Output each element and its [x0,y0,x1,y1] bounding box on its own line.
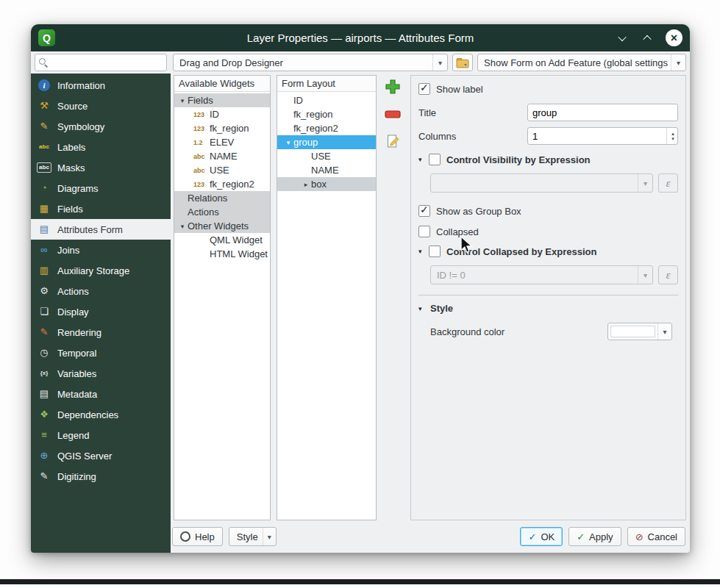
widget-item-use[interactable]: abcUSE [174,163,270,177]
collapse-triangle-icon[interactable]: ▾ [418,248,429,255]
shade-button[interactable] [641,32,654,45]
sidebar-item-actions[interactable]: ⚙Actions [31,281,171,301]
collapsed-expression-builder-button[interactable]: ε [658,265,678,284]
visibility-expression-combo[interactable]: ▾ [430,173,653,193]
remove-element-button[interactable] [383,104,402,123]
tree-item-label: Actions [188,207,219,218]
ok-button[interactable]: ✓ OK [520,527,563,546]
sidebar-item-auxiliary-storage[interactable]: ▥Auxiliary Storage [31,260,171,281]
collapse-triangle-icon[interactable]: ▾ [418,305,429,312]
search-box [31,54,171,71]
collapse-triangle-icon[interactable]: ▾ [418,156,429,163]
control-visibility-checkbox[interactable] [429,154,441,165]
sidebar-item-variables[interactable]: {x}Variables [31,363,171,384]
sidebar-item-digitizing[interactable]: ✎Digitizing [31,466,171,487]
background-color-select[interactable]: ▾ [607,323,672,340]
group-settings-panel: Show label Title Columns ▴ [410,75,686,520]
chevron-down-icon: ▾ [657,323,671,340]
layout-item-fk-region2[interactable]: fk_region2 [277,121,376,135]
window-menu-button[interactable] [616,32,629,45]
visibility-expression-builder-button[interactable]: ε [658,173,678,193]
sidebar-item-masks[interactable]: abcMasks [31,157,171,178]
columns-label: Columns [418,131,527,142]
help-button-label: Help [195,531,215,542]
show-as-group-box-checkbox[interactable] [418,205,430,217]
sidebar-item-temporal[interactable]: ◷Temporal [31,343,171,363]
designer-select[interactable]: Drag and Drop Designer ▾ [173,54,448,71]
widget-category-actions[interactable]: Actions [174,205,270,219]
sidebar-item-joins[interactable]: ∞Joins [31,240,171,260]
form-open-mode-value: Show Form on Add Feature (global setting… [484,57,671,68]
control-collapsed-checkbox[interactable] [429,245,441,257]
chevron-down-icon: ▾ [432,54,447,71]
sidebar-item-label: Source [57,101,88,112]
search-input[interactable] [35,54,167,71]
layout-item-group[interactable]: ▾group [277,135,376,149]
add-icon [385,79,401,95]
symbology-icon: ✎ [37,120,51,133]
apply-button[interactable]: ✓ Apply [568,527,621,546]
form-config-button[interactable] [452,54,473,71]
widget-category-relations[interactable]: Relations [174,191,270,205]
widget-item-name[interactable]: abcNAME [174,149,270,163]
sidebar-item-label: Fields [57,204,83,215]
sidebar-item-qgis-server[interactable]: ⊕QGIS Server [31,445,171,466]
widget-item-elev[interactable]: 1.2ELEV [174,135,270,149]
titlebar[interactable]: Q Layer Properties — airports — Attribut… [31,24,690,51]
sidebar-item-fields[interactable]: ▦Fields [31,198,171,219]
widget-item-fk-region2[interactable]: 123fk_region2 [174,177,270,191]
widget-category-other-widgets[interactable]: ▾Other Widgets [174,219,270,233]
sidebar-item-label: Actions [57,286,89,297]
sidebar-item-label: Rendering [57,327,101,338]
expander-open-icon[interactable]: ▾ [177,223,188,230]
help-button[interactable]: Help [172,527,223,546]
style-menu-button[interactable]: Style ▾ [229,527,277,546]
layout-item-name[interactable]: NAME [277,163,376,177]
layout-item-use[interactable]: USE [277,149,376,163]
collapsed-checkbox[interactable] [418,226,430,237]
widget-item-fk-region[interactable]: 123fk_region [174,121,270,135]
control-visibility-label: Control Visibility by Expression [446,154,591,165]
spin-down-icon[interactable]: ▾ [671,136,674,141]
show-label-checkbox[interactable] [418,83,430,95]
help-icon [180,531,190,542]
expander-closed-icon[interactable]: ▸ [301,181,311,188]
cancel-button[interactable]: ⊘ Cancel [627,527,685,546]
spin-up-icon[interactable]: ▴ [671,131,674,136]
widget-item-id[interactable]: 123ID [174,107,270,121]
widget-item-html-widget[interactable]: HTML Widget [174,247,270,261]
columns-input[interactable] [528,128,666,144]
sidebar-item-legend[interactable]: ≡Legend [31,425,171,445]
sidebar-item-information[interactable]: iInformation [31,75,171,96]
form-open-mode-select[interactable]: Show Form on Add Feature (global setting… [477,54,686,71]
tree-item-label: group [293,137,318,148]
edit-element-button[interactable] [383,132,402,151]
check-icon: ✓ [577,532,585,542]
tree-item-label: ID [210,109,219,120]
sidebar-item-dependencies[interactable]: ❖Dependencies [31,404,171,425]
widget-item-qml-widget[interactable]: QML Widget [174,233,270,247]
sidebar-item-diagrams[interactable]: ◔Diagrams [31,178,171,198]
sidebar-item-source[interactable]: ⚒Source [31,96,171,116]
sidebar-item-label: Temporal [57,348,96,359]
close-icon[interactable]: × [666,29,682,46]
add-element-button[interactable] [383,77,402,96]
sidebar-item-display[interactable]: ❏Display [31,301,171,322]
title-input[interactable] [527,104,678,121]
columns-spinbox[interactable]: ▴ ▾ [527,127,678,145]
sidebar-item-symbology[interactable]: ✎Symbology [31,116,171,137]
temporal-icon: ◷ [37,346,51,359]
sidebar-item-rendering[interactable]: ✎Rendering [31,322,171,343]
widget-category-fields[interactable]: ▾Fields [174,93,270,107]
layout-item-box[interactable]: ▸box [277,177,376,191]
sidebar-item-metadata[interactable]: ▤Metadata [31,384,171,404]
sidebar-item-labels[interactable]: abcLabels [31,137,171,157]
expander-open-icon[interactable]: ▾ [283,139,293,146]
layout-item-id[interactable]: ID [277,93,376,107]
chevron-up-icon [643,35,651,43]
sidebar-item-attributes-form[interactable]: ▤Attributes Form [31,219,171,240]
expander-open-icon[interactable]: ▾ [177,97,188,104]
legend-icon: ≡ [37,429,51,442]
collapsed-expression-combo[interactable]: ID != 0 ▾ [430,265,653,284]
layout-item-fk-region[interactable]: fk_region [277,107,376,121]
